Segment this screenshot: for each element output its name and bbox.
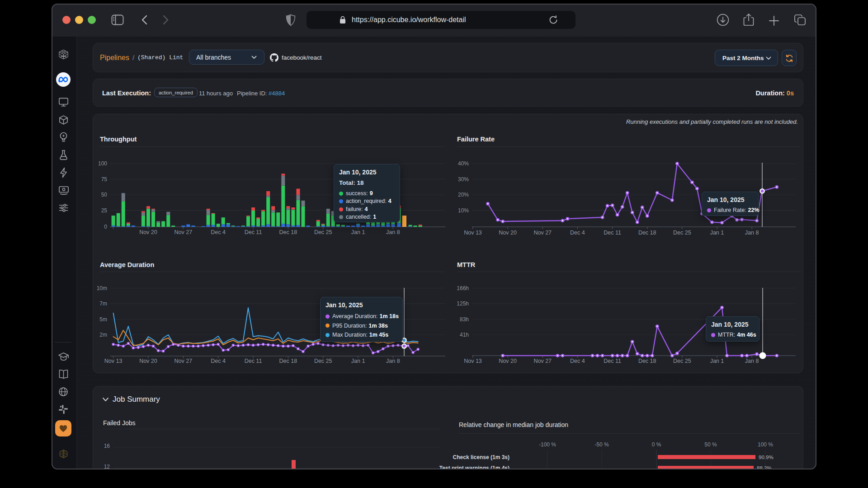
svg-text:100: 100	[98, 160, 107, 167]
svg-text:Dec 11: Dec 11	[245, 358, 262, 364]
svg-text:Dec 25: Dec 25	[314, 358, 332, 364]
svg-text:Dec 25: Dec 25	[673, 358, 691, 364]
svg-text:Jan 1: Jan 1	[351, 358, 365, 364]
svg-text:Dec 18: Dec 18	[638, 358, 656, 364]
svg-text:Dec 18: Dec 18	[638, 230, 656, 236]
svg-text:Dec 25: Dec 25	[673, 230, 691, 236]
svg-text:100 %: 100 %	[758, 441, 773, 448]
svg-text:16: 16	[104, 443, 110, 449]
svg-text:Nov 20: Nov 20	[139, 229, 157, 235]
svg-text:30%: 30%	[458, 176, 469, 183]
svg-text:Dec 4: Dec 4	[570, 230, 585, 236]
svg-text:Nov 20: Nov 20	[499, 230, 517, 236]
svg-text:Dec 4: Dec 4	[570, 358, 585, 364]
svg-text:-50 %: -50 %	[594, 441, 609, 448]
svg-text:Jan 8: Jan 8	[745, 230, 759, 236]
svg-text:2m: 2m	[99, 332, 107, 338]
svg-text:75: 75	[101, 176, 108, 183]
svg-text:Nov 13: Nov 13	[104, 358, 123, 364]
svg-text:83h: 83h	[460, 316, 469, 323]
svg-text:Dec 11: Dec 11	[604, 230, 621, 236]
svg-text:20%: 20%	[458, 192, 469, 198]
svg-text:Dec 11: Dec 11	[604, 358, 621, 364]
svg-text:12: 12	[104, 464, 110, 469]
svg-text:Dec 18: Dec 18	[279, 229, 297, 235]
svg-text:Nov 13: Nov 13	[464, 358, 482, 364]
svg-text:88.2%: 88.2%	[757, 465, 772, 469]
svg-text:50: 50	[101, 192, 108, 198]
svg-text:Jan 1: Jan 1	[351, 229, 365, 235]
svg-text:10%: 10%	[458, 207, 469, 214]
svg-text:0 %: 0 %	[652, 441, 661, 448]
svg-text:Jan 8: Jan 8	[386, 358, 400, 364]
svg-text:25: 25	[101, 207, 108, 214]
svg-text:Test print warnings (1m 4s): Test print warnings (1m 4s)	[439, 465, 509, 469]
svg-text:0: 0	[104, 224, 107, 230]
svg-text:Dec 11: Dec 11	[245, 229, 262, 235]
svg-text:90.9%: 90.9%	[759, 455, 774, 460]
svg-text:Nov 20: Nov 20	[139, 358, 157, 364]
svg-text:50 %: 50 %	[704, 441, 717, 448]
svg-text:125h: 125h	[457, 300, 469, 307]
svg-text:Dec 4: Dec 4	[211, 358, 226, 364]
svg-text:166h: 166h	[457, 285, 469, 291]
svg-text:41h: 41h	[460, 332, 469, 338]
svg-text:Nov 27: Nov 27	[533, 358, 552, 364]
svg-text:Dec 18: Dec 18	[279, 358, 297, 364]
svg-text:Check license (1m 3s): Check license (1m 3s)	[453, 454, 509, 460]
svg-text:Nov 13: Nov 13	[464, 230, 482, 236]
svg-text:Dec 25: Dec 25	[314, 229, 332, 235]
svg-text:Jan 1: Jan 1	[710, 230, 724, 236]
svg-text:Dec 4: Dec 4	[211, 229, 226, 235]
svg-text:5m: 5m	[99, 316, 107, 323]
svg-text:Nov 27: Nov 27	[174, 358, 192, 364]
svg-text:Nov 27: Nov 27	[174, 229, 192, 235]
svg-text:10m: 10m	[97, 285, 107, 291]
svg-text:Jan 8: Jan 8	[386, 229, 400, 235]
svg-text:-100 %: -100 %	[539, 441, 556, 448]
svg-text:Nov 27: Nov 27	[533, 230, 552, 236]
svg-text:Jan 1: Jan 1	[710, 358, 724, 364]
svg-text:Nov 20: Nov 20	[499, 358, 517, 364]
svg-text:40%: 40%	[458, 160, 469, 167]
svg-text:7m: 7m	[99, 300, 107, 307]
svg-text:Jan 8: Jan 8	[745, 358, 759, 364]
